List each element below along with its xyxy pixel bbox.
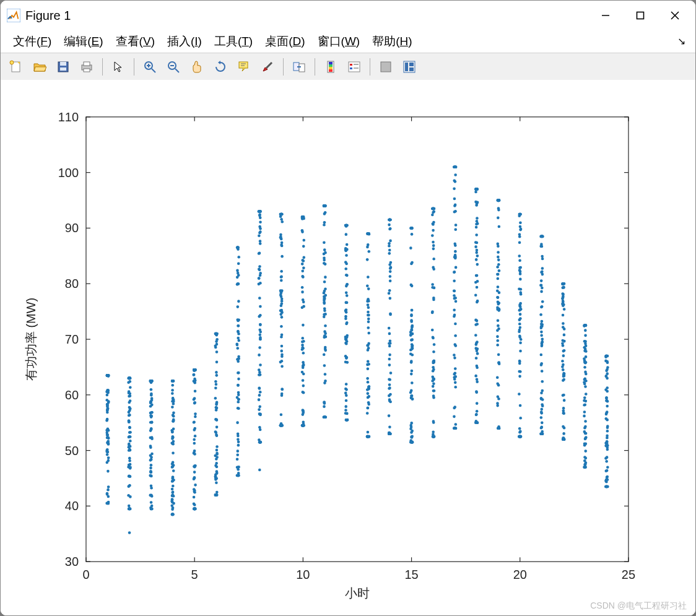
rotate-icon [214,60,227,74]
svg-rect-40 [405,63,408,71]
rotate-button[interactable] [211,57,230,77]
svg-point-1345 [475,274,478,277]
svg-rect-33 [349,62,360,72]
svg-point-546 [237,440,240,443]
svg-point-1297 [454,210,457,213]
svg-point-655 [259,323,262,326]
svg-point-1817 [606,475,609,479]
svg-point-665 [258,333,261,336]
svg-point-1162 [410,339,413,342]
svg-point-894 [346,243,349,246]
menu-file[interactable]: 文件(F) [7,32,58,51]
link-button[interactable] [289,57,309,77]
svg-point-637 [258,214,261,217]
svg-point-1121 [410,373,413,376]
zoom-out-button[interactable] [163,57,183,77]
svg-point-1361 [475,414,478,417]
svg-point-189 [129,386,132,389]
svg-point-643 [258,387,261,390]
svg-text:小时: 小时 [345,586,370,600]
new-figure-button[interactable] [6,57,26,77]
minimize-button[interactable] [591,6,620,25]
save-button[interactable] [53,57,73,77]
svg-point-378 [172,513,175,516]
save-icon [56,60,70,74]
svg-point-1425 [497,256,500,259]
svg-point-1371 [476,280,479,283]
svg-point-990 [366,412,369,415]
show-plot-tools-button[interactable] [399,57,419,77]
svg-point-370 [172,402,175,406]
menu-help[interactable]: 帮助(H) [366,32,418,51]
svg-point-139 [106,433,109,436]
svg-point-1501 [520,288,523,291]
svg-point-1577 [540,290,543,293]
svg-point-448 [194,379,197,382]
close-button[interactable] [661,6,689,25]
colorbar-button[interactable] [321,57,341,77]
svg-point-1052 [388,363,391,367]
menu-tools[interactable]: 工具(T) [208,32,259,51]
svg-point-1565 [540,279,543,282]
svg-point-772 [301,371,304,374]
svg-point-490 [215,426,219,429]
svg-point-210 [128,457,131,460]
svg-point-627 [258,277,261,280]
svg-point-581 [237,393,240,396]
toolbar-separator [283,58,284,76]
svg-point-591 [237,432,240,435]
zoom-in-button[interactable] [140,57,160,77]
svg-point-1558 [540,416,543,419]
pointer-icon [111,60,125,74]
svg-point-668 [258,469,261,472]
menu-desktop[interactable]: 桌面(D) [259,32,311,51]
svg-point-1389 [497,319,500,322]
print-button[interactable] [77,57,97,77]
svg-point-662 [258,354,261,357]
svg-rect-36 [350,67,352,69]
svg-text:80: 80 [65,277,79,290]
brush-button[interactable] [258,57,277,77]
svg-point-1747 [584,466,587,469]
svg-point-1459 [497,427,500,430]
svg-point-311 [171,392,174,395]
menu-window[interactable]: 窗口(W) [311,32,367,51]
menu-edit[interactable]: 编辑(E) [58,32,109,51]
axes-area[interactable]: 051015202530405060708090100110小时有功功率 (MW… [1,80,695,615]
svg-point-956 [345,224,348,227]
svg-point-1006 [367,344,370,347]
svg-point-1273 [453,197,456,201]
svg-rect-2 [637,12,644,19]
svg-point-557 [237,449,240,453]
svg-point-868 [323,309,326,312]
svg-point-1095 [388,332,391,336]
svg-point-811 [302,424,305,427]
svg-point-731 [280,325,283,328]
open-button[interactable] [30,57,50,77]
legend-button[interactable] [344,57,364,77]
svg-point-585 [237,407,240,410]
datatip-button[interactable] [234,57,254,77]
collapse-toolstrip-icon[interactable]: ↘ [677,35,685,47]
menu-view[interactable]: 查看(V) [110,32,161,51]
svg-point-1437 [496,335,499,338]
svg-point-133 [107,495,110,498]
svg-point-888 [345,399,348,402]
pointer-button[interactable] [108,57,128,77]
svg-point-1269 [453,315,456,318]
svg-point-296 [150,411,154,414]
svg-text:30: 30 [65,555,79,568]
svg-point-438 [193,471,196,474]
hide-plot-tools-button[interactable] [376,57,396,77]
svg-point-519 [214,454,217,458]
svg-point-508 [214,430,217,433]
svg-point-1161 [409,334,412,337]
svg-point-815 [323,241,326,244]
svg-point-379 [172,380,175,383]
menu-insert[interactable]: 插入(I) [161,32,208,51]
svg-point-1145 [409,246,412,249]
svg-point-1505 [519,317,522,320]
titlebar: Figure 1 [1,1,695,30]
pan-button[interactable] [187,57,207,77]
maximize-button[interactable] [626,6,655,25]
